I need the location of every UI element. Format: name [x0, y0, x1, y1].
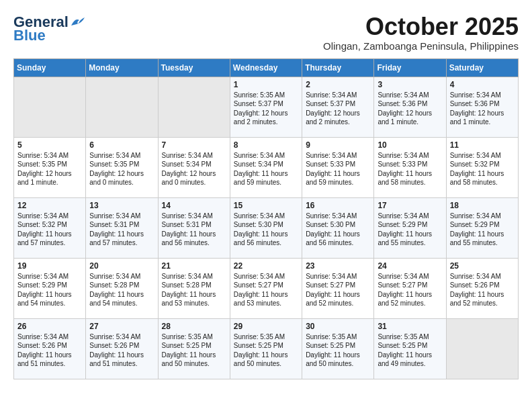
day-content: Sunrise: 5:34 AMSunset: 5:26 PMDaylight:… — [17, 332, 82, 369]
day-number: 30 — [306, 322, 370, 331]
logo-blue: Blue — [13, 27, 46, 44]
weekday-header-monday: Monday — [86, 58, 158, 77]
day-content: Sunrise: 5:34 AMSunset: 5:29 PMDaylight:… — [450, 212, 515, 248]
calendar-cell: 22Sunrise: 5:34 AMSunset: 5:27 PMDayligh… — [230, 258, 302, 318]
day-number: 27 — [89, 322, 154, 331]
calendar-week-4: 19Sunrise: 5:34 AMSunset: 5:29 PMDayligh… — [14, 258, 519, 318]
calendar-cell: 11Sunrise: 5:34 AMSunset: 5:32 PMDayligh… — [446, 137, 518, 197]
calendar-cell: 5Sunrise: 5:34 AMSunset: 5:35 PMDaylight… — [14, 137, 86, 197]
calendar-cell: 12Sunrise: 5:34 AMSunset: 5:32 PMDayligh… — [14, 197, 86, 258]
day-number: 23 — [306, 261, 370, 271]
calendar-cell — [158, 77, 230, 137]
calendar-week-1: 1Sunrise: 5:35 AMSunset: 5:37 PMDaylight… — [14, 77, 519, 137]
day-number: 5 — [17, 140, 82, 150]
calendar-cell: 23Sunrise: 5:34 AMSunset: 5:27 PMDayligh… — [302, 258, 374, 318]
calendar-cell — [14, 77, 86, 137]
day-number: 12 — [17, 201, 82, 210]
day-number: 2 — [306, 80, 370, 89]
day-content: Sunrise: 5:35 AMSunset: 5:25 PMDaylight:… — [306, 332, 370, 369]
day-number: 20 — [89, 261, 154, 271]
day-number: 17 — [378, 201, 442, 210]
day-content: Sunrise: 5:34 AMSunset: 5:35 PMDaylight:… — [89, 151, 154, 187]
weekday-header-sunday: Sunday — [14, 58, 86, 77]
day-number: 22 — [234, 261, 298, 271]
day-number: 24 — [378, 261, 442, 271]
day-content: Sunrise: 5:35 AMSunset: 5:37 PMDaylight:… — [234, 91, 298, 127]
day-number: 26 — [17, 322, 82, 331]
day-number: 10 — [378, 140, 442, 150]
day-number: 13 — [89, 201, 154, 210]
day-content: Sunrise: 5:34 AMSunset: 5:35 PMDaylight:… — [17, 151, 82, 187]
calendar-cell: 8Sunrise: 5:34 AMSunset: 5:34 PMDaylight… — [230, 137, 302, 197]
day-content: Sunrise: 5:34 AMSunset: 5:34 PMDaylight:… — [234, 151, 298, 187]
day-content: Sunrise: 5:34 AMSunset: 5:32 PMDaylight:… — [17, 212, 82, 248]
day-number: 4 — [450, 80, 515, 89]
day-number: 16 — [306, 201, 370, 210]
day-content: Sunrise: 5:34 AMSunset: 5:29 PMDaylight:… — [378, 212, 442, 248]
day-content: Sunrise: 5:34 AMSunset: 5:36 PMDaylight:… — [450, 91, 515, 127]
calendar-week-3: 12Sunrise: 5:34 AMSunset: 5:32 PMDayligh… — [14, 197, 519, 258]
weekday-header-friday: Friday — [374, 58, 446, 77]
weekday-header-row: SundayMondayTuesdayWednesdayThursdayFrid… — [14, 58, 519, 77]
day-number: 7 — [162, 140, 226, 150]
day-content: Sunrise: 5:35 AMSunset: 5:25 PMDaylight:… — [234, 332, 298, 369]
calendar-cell: 16Sunrise: 5:34 AMSunset: 5:30 PMDayligh… — [302, 197, 374, 258]
day-content: Sunrise: 5:34 AMSunset: 5:26 PMDaylight:… — [89, 332, 154, 369]
day-number: 8 — [234, 140, 298, 150]
day-number: 1 — [234, 80, 298, 89]
day-number: 19 — [17, 261, 82, 271]
day-number: 15 — [234, 201, 298, 210]
day-content: Sunrise: 5:34 AMSunset: 5:30 PMDaylight:… — [234, 212, 298, 248]
day-content: Sunrise: 5:34 AMSunset: 5:27 PMDaylight:… — [378, 272, 442, 308]
calendar-cell: 6Sunrise: 5:34 AMSunset: 5:35 PMDaylight… — [86, 137, 158, 197]
month-year: October 2025 — [323, 13, 519, 40]
calendar-cell: 1Sunrise: 5:35 AMSunset: 5:37 PMDaylight… — [230, 77, 302, 137]
day-content: Sunrise: 5:34 AMSunset: 5:32 PMDaylight:… — [450, 151, 515, 187]
day-content: Sunrise: 5:34 AMSunset: 5:33 PMDaylight:… — [378, 151, 442, 187]
day-content: Sunrise: 5:35 AMSunset: 5:25 PMDaylight:… — [378, 332, 442, 369]
day-content: Sunrise: 5:34 AMSunset: 5:27 PMDaylight:… — [306, 272, 370, 308]
day-number: 31 — [378, 322, 442, 331]
location: Olingan, Zamboanga Peninsula, Philippine… — [323, 40, 519, 52]
calendar-cell: 20Sunrise: 5:34 AMSunset: 5:28 PMDayligh… — [86, 258, 158, 318]
logo: General Blue — [13, 13, 85, 44]
calendar-cell: 26Sunrise: 5:34 AMSunset: 5:26 PMDayligh… — [14, 318, 86, 379]
calendar-cell — [86, 77, 158, 137]
day-number: 9 — [306, 140, 370, 150]
day-content: Sunrise: 5:34 AMSunset: 5:30 PMDaylight:… — [306, 212, 370, 248]
calendar-week-5: 26Sunrise: 5:34 AMSunset: 5:26 PMDayligh… — [14, 318, 519, 379]
day-number: 18 — [450, 201, 515, 210]
calendar-week-2: 5Sunrise: 5:34 AMSunset: 5:35 PMDaylight… — [14, 137, 519, 197]
calendar-cell: 4Sunrise: 5:34 AMSunset: 5:36 PMDaylight… — [446, 77, 518, 137]
calendar-cell: 7Sunrise: 5:34 AMSunset: 5:34 PMDaylight… — [158, 137, 230, 197]
calendar-cell: 18Sunrise: 5:34 AMSunset: 5:29 PMDayligh… — [446, 197, 518, 258]
day-content: Sunrise: 5:34 AMSunset: 5:31 PMDaylight:… — [162, 212, 226, 248]
weekday-header-tuesday: Tuesday — [158, 58, 230, 77]
day-number: 3 — [378, 80, 442, 89]
day-number: 28 — [162, 322, 226, 331]
calendar-cell: 24Sunrise: 5:34 AMSunset: 5:27 PMDayligh… — [374, 258, 446, 318]
calendar-cell: 2Sunrise: 5:34 AMSunset: 5:37 PMDaylight… — [302, 77, 374, 137]
day-number: 25 — [450, 261, 515, 271]
calendar-cell: 10Sunrise: 5:34 AMSunset: 5:33 PMDayligh… — [374, 137, 446, 197]
day-number: 29 — [234, 322, 298, 331]
weekday-header-wednesday: Wednesday — [230, 58, 302, 77]
weekday-header-saturday: Saturday — [446, 58, 518, 77]
calendar-cell: 29Sunrise: 5:35 AMSunset: 5:25 PMDayligh… — [230, 318, 302, 379]
day-number: 21 — [162, 261, 226, 271]
day-content: Sunrise: 5:34 AMSunset: 5:37 PMDaylight:… — [306, 91, 370, 127]
logo-bird-icon — [70, 16, 85, 28]
day-content: Sunrise: 5:34 AMSunset: 5:26 PMDaylight:… — [450, 272, 515, 308]
day-content: Sunrise: 5:34 AMSunset: 5:33 PMDaylight:… — [306, 151, 370, 187]
calendar-cell: 28Sunrise: 5:35 AMSunset: 5:25 PMDayligh… — [158, 318, 230, 379]
day-content: Sunrise: 5:34 AMSunset: 5:34 PMDaylight:… — [162, 151, 226, 187]
calendar-cell: 3Sunrise: 5:34 AMSunset: 5:36 PMDaylight… — [374, 77, 446, 137]
calendar-cell: 9Sunrise: 5:34 AMSunset: 5:33 PMDaylight… — [302, 137, 374, 197]
calendar-cell: 31Sunrise: 5:35 AMSunset: 5:25 PMDayligh… — [374, 318, 446, 379]
day-content: Sunrise: 5:34 AMSunset: 5:29 PMDaylight:… — [17, 272, 82, 308]
day-number: 14 — [162, 201, 226, 210]
day-content: Sunrise: 5:34 AMSunset: 5:28 PMDaylight:… — [89, 272, 154, 308]
day-number: 6 — [89, 140, 154, 150]
calendar-cell: 27Sunrise: 5:34 AMSunset: 5:26 PMDayligh… — [86, 318, 158, 379]
calendar-table: SundayMondayTuesdayWednesdayThursdayFrid… — [13, 58, 519, 379]
